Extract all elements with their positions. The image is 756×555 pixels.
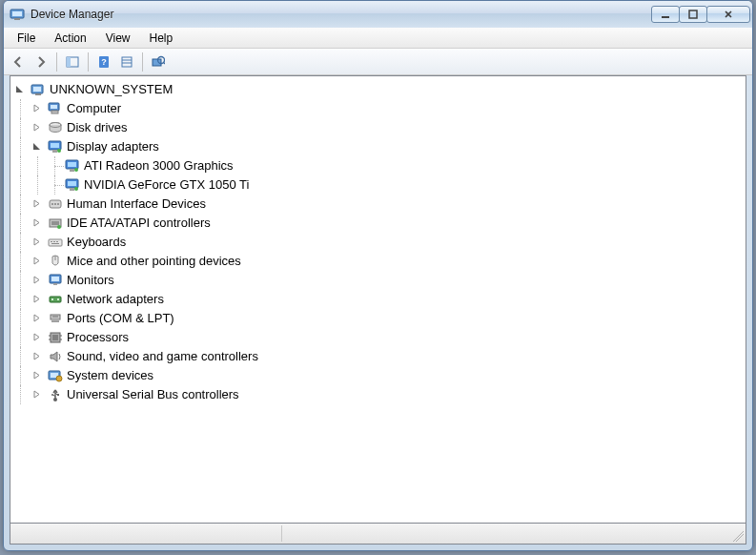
svg-rect-6	[67, 57, 71, 67]
svg-point-38	[57, 203, 59, 205]
tree-category[interactable]: Human Interface Devices	[12, 195, 746, 214]
client-area: UNKNOWN_SYSTEM Computer Disk drives Disp…	[10, 75, 746, 524]
tree-category-label: Network adapters	[67, 290, 170, 309]
monitor-icon	[48, 273, 63, 288]
display-icon	[65, 158, 80, 174]
port-icon	[48, 311, 63, 326]
show-hide-console-tree-button[interactable]	[62, 51, 83, 72]
expander-icon[interactable]	[12, 83, 26, 96]
tree-category-label: Keyboards	[67, 233, 132, 252]
svg-rect-25	[52, 150, 57, 153]
tree-category[interactable]: Universal Serial Bus controllers	[12, 385, 746, 404]
svg-point-55	[52, 316, 54, 318]
expander-icon[interactable]	[30, 350, 43, 363]
expander-icon[interactable]	[30, 140, 43, 154]
tree-category-label: Mice and other pointing devices	[67, 252, 247, 271]
tree-category[interactable]: System devices	[12, 366, 746, 385]
help-button[interactable]: ?	[93, 51, 114, 72]
expander-icon[interactable]	[30, 312, 43, 325]
expander-icon[interactable]	[30, 236, 43, 249]
maximize-button[interactable]	[679, 6, 707, 23]
expander-icon[interactable]	[30, 216, 43, 230]
keyboard-icon	[48, 235, 63, 250]
svg-rect-46	[51, 243, 59, 244]
svg-rect-16	[33, 87, 41, 92]
svg-rect-33	[70, 188, 74, 191]
properties-button[interactable]	[116, 51, 137, 72]
expander-icon[interactable]	[30, 255, 43, 268]
toolbar-separator	[88, 52, 89, 72]
tree-category[interactable]: Display adapters	[12, 137, 746, 156]
menu-view[interactable]: View	[96, 30, 140, 47]
toolbar-separator	[142, 52, 143, 72]
tree-category[interactable]: Disk drives	[12, 118, 746, 137]
expander-icon[interactable]	[30, 197, 43, 211]
svg-rect-2	[14, 18, 20, 20]
tree-category-label: Processors	[67, 328, 134, 347]
resize-grip-icon[interactable]	[730, 528, 744, 542]
tree-category-label: Display adapters	[67, 137, 165, 156]
cpu-icon	[48, 330, 63, 345]
tree-category[interactable]: IDE ATA/ATAPI controllers	[12, 214, 746, 233]
tree-category[interactable]: Computer	[12, 99, 746, 118]
svg-rect-19	[51, 105, 57, 109]
tree-category-label: System devices	[67, 366, 159, 385]
tree-category[interactable]: Keyboards	[12, 233, 746, 252]
device-tree[interactable]: UNKNOWN_SYSTEM Computer Disk drives Disp…	[10, 76, 746, 523]
expander-icon[interactable]	[30, 274, 43, 287]
device-manager-window: Device Manager File Action View Help	[3, 0, 753, 551]
svg-point-67	[56, 376, 62, 381]
svg-rect-12	[153, 59, 161, 66]
menu-file[interactable]: File	[8, 30, 45, 47]
usb-icon	[48, 387, 63, 402]
svg-point-26	[57, 149, 61, 153]
menu-action[interactable]: Action	[45, 30, 95, 47]
expander-icon[interactable]	[30, 388, 43, 401]
expander-icon[interactable]	[30, 102, 43, 115]
tree-category[interactable]: Ports (COM & LPT)	[12, 309, 746, 328]
display-icon	[48, 139, 63, 154]
forward-button[interactable]	[31, 51, 51, 72]
svg-rect-45	[56, 241, 58, 242]
tree-device[interactable]: NVIDIA GeForce GTX 1050 Ti	[12, 175, 746, 195]
back-button[interactable]	[8, 51, 29, 72]
svg-line-14	[163, 62, 165, 64]
expander-icon[interactable]	[30, 331, 43, 344]
tree-device-label: ATI Radeon 3000 Graphics	[84, 156, 239, 175]
svg-point-57	[56, 316, 58, 318]
svg-rect-24	[51, 143, 59, 148]
tree-root[interactable]: UNKNOWN_SYSTEM	[12, 80, 746, 99]
svg-rect-50	[53, 283, 57, 285]
minimize-button[interactable]	[651, 6, 680, 23]
menu-help[interactable]: Help	[140, 30, 183, 47]
expander-icon[interactable]	[30, 121, 43, 134]
svg-rect-4	[689, 10, 697, 18]
scan-hardware-button[interactable]	[148, 51, 169, 72]
titlebar[interactable]: Device Manager	[4, 1, 752, 28]
svg-point-34	[74, 187, 78, 191]
network-icon	[48, 292, 63, 307]
tree-category[interactable]: Processors	[12, 328, 746, 347]
tree-category[interactable]: Mice and other pointing devices	[12, 252, 746, 271]
svg-rect-49	[51, 277, 59, 281]
svg-rect-28	[68, 162, 76, 167]
svg-text:?: ?	[101, 57, 107, 67]
svg-rect-51	[50, 297, 61, 302]
tree-category-label: IDE ATA/ATAPI controllers	[67, 214, 216, 233]
svg-point-56	[54, 316, 56, 318]
svg-rect-60	[52, 335, 58, 340]
tree-category[interactable]: Sound, video and game controllers	[12, 347, 746, 366]
tree-category-label: Monitors	[67, 271, 120, 290]
close-button[interactable]	[706, 6, 750, 23]
svg-rect-32	[68, 181, 76, 186]
expander-icon[interactable]	[30, 369, 43, 382]
expander-icon[interactable]	[30, 293, 43, 306]
svg-rect-44	[53, 241, 55, 242]
tree-category[interactable]: Network adapters	[12, 290, 746, 309]
tree-category[interactable]: Monitors	[12, 271, 746, 290]
tree-root-label: UNKNOWN_SYSTEM	[50, 80, 178, 99]
tree-category-label: Ports (COM & LPT)	[67, 309, 180, 328]
svg-point-37	[54, 203, 56, 205]
tree-device[interactable]: ATI Radeon 3000 Graphics	[12, 156, 746, 175]
computer-root-icon	[31, 82, 46, 97]
